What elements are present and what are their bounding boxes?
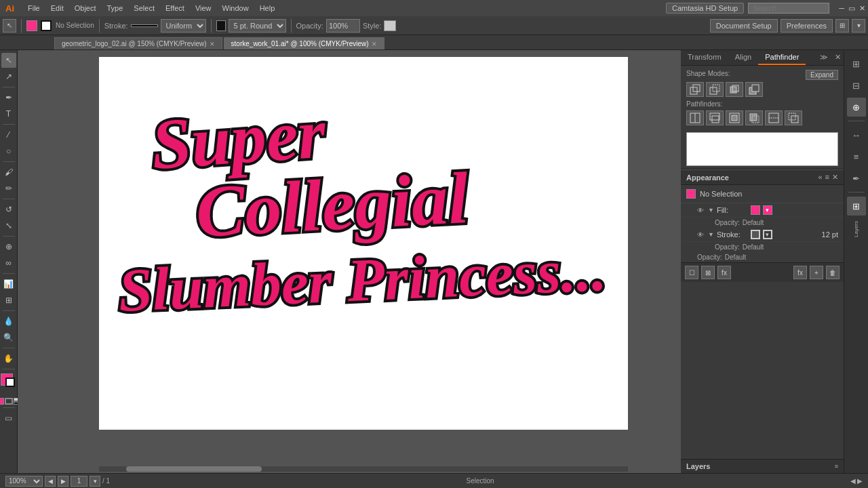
expand-button[interactable]: Expand — [806, 70, 838, 80]
crop-button[interactable] — [745, 110, 763, 125]
intersect-button[interactable] — [726, 82, 743, 97]
tab-storke[interactable]: storke_work_01.ai* @ 100% (CMYK/Preview)… — [224, 37, 384, 49]
outline-button[interactable] — [765, 110, 783, 125]
tool-select[interactable]: ↖ — [1, 53, 16, 68]
divide-button[interactable] — [686, 110, 704, 125]
fill-color-box[interactable] — [26, 20, 37, 31]
tool-line[interactable]: ∕ — [1, 127, 16, 142]
panel-menu-icon[interactable]: ≫ — [816, 50, 832, 65]
tool-blend[interactable]: ∞ — [1, 256, 16, 270]
tool-rotate[interactable]: ↺ — [1, 202, 16, 217]
menu-type[interactable]: Type — [102, 3, 129, 14]
tool-chart[interactable]: 📊 — [1, 277, 16, 291]
opacity-input[interactable] — [326, 19, 360, 33]
page-select-btn[interactable]: ▾ — [90, 476, 100, 487]
preferences-button[interactable]: Preferences — [781, 19, 833, 33]
tool-zoom[interactable]: 🔍 — [1, 330, 16, 345]
layers-collapse[interactable]: ≡ — [835, 463, 838, 470]
tool-pen[interactable]: ✒ — [1, 90, 16, 105]
unite-button[interactable] — [686, 82, 704, 97]
fill-mode-color[interactable] — [0, 398, 4, 405]
appearance-menu-icon[interactable]: ≡ — [825, 173, 829, 182]
new-art-maint-button[interactable]: ☐ — [685, 266, 698, 279]
exclude-button[interactable] — [745, 82, 763, 97]
tool-eyedropper[interactable]: 💧 — [1, 314, 16, 329]
clear-appearance-button[interactable]: ⊠ — [701, 266, 715, 279]
menu-help[interactable]: Help — [254, 3, 281, 14]
zoom-prev-btn[interactable]: ◀ — [45, 476, 56, 487]
tool-hand[interactable]: ✋ — [1, 351, 16, 366]
menu-edit[interactable]: Edit — [45, 3, 69, 14]
menu-file[interactable]: File — [22, 3, 45, 14]
appearance-close-icon[interactable]: ✕ — [832, 173, 838, 182]
stroke-color-swatch[interactable] — [751, 230, 760, 239]
menu-select[interactable]: Select — [128, 3, 160, 14]
minus-back-button[interactable] — [785, 110, 802, 125]
canvas-area[interactable]: Super Collegial Slumber Princess... — [18, 50, 681, 473]
panel-tab-align[interactable]: Align — [728, 50, 758, 65]
delete-item-button[interactable]: 🗑 — [826, 266, 840, 279]
stroke-uniform-select[interactable]: Uniform — [161, 19, 206, 33]
page-input[interactable] — [71, 476, 87, 487]
tool-direct-select[interactable]: ↗ — [1, 69, 16, 84]
maximize-button[interactable]: ▭ — [848, 4, 855, 13]
search-input[interactable] — [748, 3, 829, 14]
far-right-layers-icon[interactable]: ⊞ — [847, 197, 866, 216]
tool-paintbrush[interactable]: 🖌 — [1, 165, 16, 180]
fill-mode-none[interactable] — [5, 398, 13, 405]
fill-arrow[interactable]: ▼ — [708, 207, 714, 214]
menu-view[interactable]: View — [190, 3, 217, 14]
tool-scale[interactable]: ⤡ — [1, 218, 16, 233]
add-fill-button[interactable]: + — [810, 266, 823, 279]
add-effect-button[interactable]: fx — [793, 266, 807, 279]
fill-visibility-eye[interactable]: 👁 — [697, 207, 704, 214]
cap-select[interactable]: 5 pt. Round — [229, 19, 286, 33]
far-right-transform-icon[interactable]: ⊞ — [847, 54, 866, 73]
tool-warp[interactable]: ⊕ — [1, 239, 16, 254]
zoom-next-btn[interactable]: ▶ — [58, 476, 68, 487]
stroke-options-icon[interactable]: ▾ — [763, 230, 772, 239]
tool-pencil[interactable]: ✏ — [1, 181, 16, 196]
document-setup-button[interactable]: Document Setup — [710, 19, 778, 33]
merge-button[interactable] — [726, 110, 743, 125]
appearance-collapse-icon[interactable]: « — [818, 173, 822, 182]
h-scrollbar-thumb[interactable] — [126, 466, 262, 472]
h-scrollbar[interactable] — [99, 466, 628, 472]
status-left-arrow[interactable]: ◀ — [850, 477, 856, 485]
tool-slice[interactable]: ⊞ — [1, 293, 16, 308]
far-right-pathfinder-icon[interactable]: ⊕ — [847, 98, 866, 117]
menu-object[interactable]: Object — [69, 3, 102, 14]
tool-type[interactable]: T — [1, 106, 16, 121]
far-right-stroke-icon[interactable]: ✒ — [847, 169, 866, 188]
stroke-swatch[interactable] — [5, 378, 15, 387]
panel-tab-pathfinder[interactable]: Pathfinder — [758, 50, 806, 65]
workspace-icon[interactable]: ▾ — [852, 19, 865, 33]
tab-close-geometric[interactable]: ✕ — [210, 41, 215, 47]
tool-artboard[interactable]: ▭ — [1, 411, 16, 426]
zoom-select[interactable]: 100% — [5, 476, 43, 487]
fill-color-swatch[interactable] — [751, 205, 760, 215]
far-right-align-icon[interactable]: ⊟ — [847, 76, 866, 95]
menu-window[interactable]: Window — [217, 3, 254, 14]
reduce-to-basic-button[interactable]: fx — [717, 266, 731, 279]
minus-front-button[interactable] — [706, 82, 724, 97]
arrange-icon[interactable]: ⊞ — [835, 19, 849, 33]
close-button[interactable]: ✕ — [859, 4, 865, 13]
tool-ellipse[interactable]: ○ — [1, 144, 16, 159]
fill-options-icon[interactable]: ▾ — [763, 205, 772, 215]
minimize-button[interactable]: ─ — [839, 4, 844, 12]
setup-button[interactable]: Camtasia HD Setup — [666, 3, 744, 14]
style-box[interactable] — [384, 20, 396, 31]
toolbar-select-icon[interactable]: ↖ — [3, 19, 16, 33]
far-right-align-panel-icon[interactable]: ≡ — [847, 147, 866, 166]
menu-effect[interactable]: Effect — [160, 3, 190, 14]
status-right-arrow[interactable]: ▶ — [857, 477, 863, 485]
stroke-arrow[interactable]: ▼ — [708, 231, 714, 238]
tab-close-storke[interactable]: ✕ — [372, 41, 377, 47]
panel-tab-transform[interactable]: Transform — [681, 50, 728, 65]
panel-collapse-icon[interactable]: ✕ — [832, 50, 844, 65]
tab-geometric[interactable]: geometric_logo_02.ai @ 150% (CMYK/Previe… — [54, 37, 222, 49]
far-right-transform-panel-icon[interactable]: ↔ — [847, 125, 866, 144]
stroke-row[interactable]: 👁 ▼ Stroke: ▾ 12 pt — [681, 228, 844, 242]
fill-row[interactable]: 👁 ▼ Fill: ▾ — [681, 203, 844, 218]
